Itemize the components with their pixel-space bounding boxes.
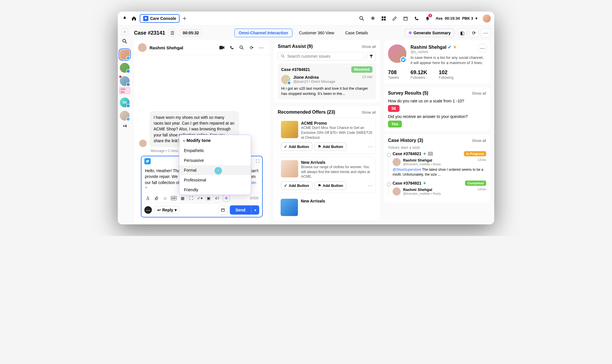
tab-label: Care Console — [150, 16, 176, 21]
history-mention[interactable]: @ShoeSuperstore — [393, 168, 421, 172]
case-menu-button[interactable]: ☰ — [169, 29, 176, 37]
left-rail: › 𝕏 f f 10m 32s SSf 𝕏 +4 — [118, 25, 132, 224]
send-button[interactable]: Send — [230, 205, 251, 215]
mask-button[interactable]: — — [144, 206, 152, 214]
offer-title: ACME Promo — [301, 121, 373, 125]
rail-more-button[interactable]: +4 — [123, 124, 127, 128]
search-icon[interactable] — [359, 16, 365, 21]
offer-more-button[interactable]: ⋯ — [368, 183, 373, 188]
related-case-card[interactable]: Case #3784921 Resolved Jione Andrea @jio… — [278, 63, 376, 99]
issue-search-box[interactable] — [278, 52, 364, 61]
history-show-all[interactable]: Show all — [472, 138, 486, 143]
chat-header: Rashmi Shehgal ⟳ ⋯ — [134, 40, 270, 55]
related-case-body: Hi i got an s20 last month and love it b… — [281, 86, 372, 96]
offer-btn-label: Add Button — [323, 183, 343, 188]
rail-search-icon[interactable] — [122, 39, 127, 44]
chat-refresh-button[interactable]: ⟳ — [247, 43, 256, 52]
tone-option-empathetic[interactable]: Empathetic — [179, 146, 251, 155]
tab-customer-360[interactable]: Customer 360 View — [295, 29, 339, 37]
alert-dot-icon — [119, 75, 122, 78]
phone-icon[interactable] — [414, 16, 419, 21]
survey-show-all[interactable]: Show all — [472, 91, 486, 95]
ai-star-icon: ✻ — [408, 31, 412, 35]
tone-option-friendly[interactable]: Friendly — [179, 185, 251, 195]
history-handle: @brandon_matilda • Reply — [403, 192, 441, 195]
notifications-button[interactable]: 8 — [425, 16, 430, 21]
smart-assist-show-all[interactable]: Show all — [362, 44, 376, 49]
layout-button[interactable]: ◧ — [458, 28, 467, 37]
verified-icon: ✔ — [448, 44, 451, 50]
tab-case-details[interactable]: Case Details — [341, 29, 372, 37]
tone-option-professional[interactable]: Professional — [179, 175, 251, 185]
filter-button[interactable] — [367, 52, 376, 61]
history-item[interactable]: Case #3784921 ✦ In Progress Rashmi Shehg… — [388, 151, 486, 177]
gif-button[interactable]: GIF — [171, 196, 177, 200]
add-tab-button[interactable]: + — [182, 14, 186, 22]
video-call-button[interactable] — [218, 43, 226, 52]
refresh-button[interactable]: ⟳ — [469, 28, 479, 37]
history-item[interactable]: Case #3784921 ✦ Completed Rashmi Shehgal… — [388, 181, 486, 196]
facebook-badge-icon: f — [126, 104, 130, 108]
emoji-button[interactable]: ☺ — [162, 196, 168, 200]
offer-add-button-2[interactable]: ⚑ Add Button — [315, 142, 346, 151]
font-style-button[interactable]: A — [145, 196, 151, 200]
offer-add-button-1[interactable]: ✓ Add Button — [281, 181, 312, 190]
user-status[interactable]: Ava 00:15:34 PBK 3 ▾ — [436, 16, 477, 20]
svg-rect-4 — [382, 19, 383, 20]
expand-compose-button[interactable]: ⛶ — [256, 159, 259, 163]
offer-btn-label: Add Button — [323, 145, 343, 149]
rail-contact-0[interactable]: 𝕏 — [120, 50, 130, 59]
calendar-icon[interactable] — [403, 16, 408, 21]
chat-search-button[interactable] — [237, 43, 246, 52]
offer-add-button-1[interactable]: ✓ Add Button — [281, 142, 312, 151]
facebook-badge-icon: f — [126, 82, 130, 87]
active-tab[interactable]: ❖ Care Console — [140, 14, 180, 23]
offers-title: Recommended Offers (23) — [278, 110, 335, 115]
apps-icon[interactable] — [381, 16, 387, 21]
session-timer: 00:15:34 — [445, 16, 460, 20]
tab-omni-channel[interactable]: Omni-Channel Interaction — [234, 29, 292, 37]
offer-image — [281, 199, 298, 216]
attachment-button[interactable] — [154, 196, 159, 200]
offer-add-button-2[interactable]: ⚑ Add Button — [315, 181, 346, 190]
offers-show-all[interactable]: Show all — [362, 110, 376, 115]
ai-assist-button[interactable]: ✻ — [223, 195, 230, 202]
check-button[interactable]: ✓▾ — [197, 196, 203, 200]
spark-icon[interactable]: ✻ — [370, 16, 376, 21]
offer-card: New Arrivals — [278, 196, 376, 216]
chat-more-button[interactable]: ⋯ — [257, 43, 266, 52]
back-icon[interactable]: ‹ — [183, 138, 185, 143]
reply-type-dropdown[interactable]: ↩ Reply ▾ — [154, 206, 180, 214]
logo-icon — [121, 15, 128, 22]
offers-panel: Recommended Offers (23) Show all ACME Pr… — [274, 106, 380, 220]
schedule-button[interactable] — [218, 205, 227, 215]
rail-contact-2[interactable]: f — [120, 76, 130, 86]
chat-contact-name: Rashmi Shehgal — [150, 45, 183, 50]
video-attach-button[interactable]: ▣ — [206, 196, 211, 200]
send-options-button[interactable]: ▾ — [251, 205, 259, 215]
expand-rail-button[interactable]: › — [121, 28, 128, 35]
generate-summary-button[interactable]: ✻ Generate Summary — [405, 29, 454, 37]
rail-contact-4[interactable]: 𝕏 — [120, 111, 130, 121]
issue-search-input[interactable] — [287, 54, 361, 59]
close-link-icon[interactable]: ✕ — [145, 186, 148, 189]
rail-contact-1[interactable]: f — [120, 63, 130, 73]
chat-avatar — [138, 43, 147, 52]
focus-button[interactable]: ⛶ — [188, 196, 194, 200]
template-button[interactable]: ▦ — [180, 196, 185, 200]
home-icon[interactable] — [131, 16, 137, 21]
tone-option-formal[interactable]: Formal — [179, 165, 251, 175]
profile-more-button[interactable]: ⋯ — [478, 44, 487, 52]
more-button[interactable]: ⋯ — [481, 28, 490, 37]
user-avatar[interactable] — [483, 14, 491, 22]
svg-point-12 — [240, 46, 242, 48]
search-icon — [281, 54, 285, 58]
tone-popup-header[interactable]: ‹ Modify tone — [179, 135, 251, 146]
offer-more-button[interactable]: ⋯ — [368, 144, 373, 149]
channel-twitter-icon[interactable] — [144, 158, 151, 164]
compose-icon[interactable] — [392, 16, 398, 21]
rail-contact-3[interactable]: SSf — [120, 97, 130, 107]
tag-button[interactable]: 🏷 — [214, 196, 220, 200]
tone-option-persuasive[interactable]: Persuasive — [179, 155, 251, 165]
voice-call-button[interactable] — [227, 43, 236, 52]
